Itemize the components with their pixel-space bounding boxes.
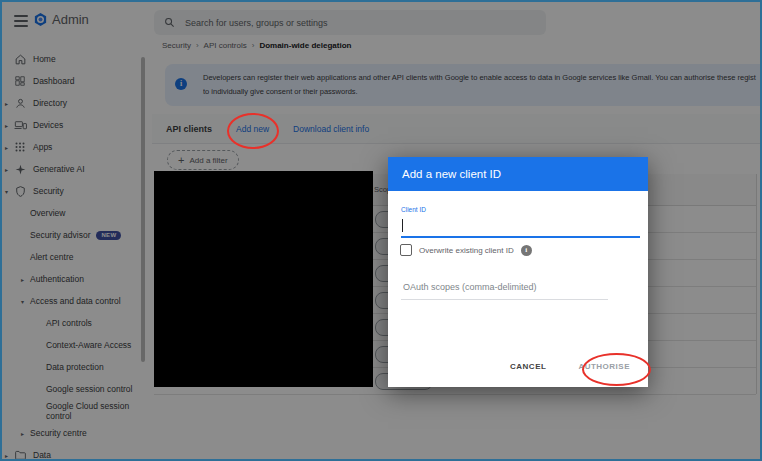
oauth-scopes-input[interactable] [401, 275, 608, 300]
client-id-label: Client ID [401, 206, 426, 213]
redaction-box [154, 171, 373, 387]
overwrite-row: Overwrite existing client ID i [400, 244, 532, 256]
admin-console-screen: Admin HomeDashboard▸Directory▸Devices▸Ap… [0, 0, 762, 461]
dialog-title: Add a new client ID [388, 157, 648, 191]
overwrite-label: Overwrite existing client ID [419, 246, 514, 255]
authorise-button[interactable]: AUTHORISE [574, 360, 634, 373]
overwrite-checkbox[interactable] [400, 244, 412, 256]
cancel-button[interactable]: CANCEL [506, 360, 550, 373]
client-id-input[interactable] [401, 215, 640, 238]
info-icon[interactable]: i [521, 245, 532, 256]
text-caret [402, 219, 403, 232]
dialog-actions: CANCEL AUTHORISE [506, 360, 634, 373]
add-client-id-dialog: Add a new client ID Client ID Overwrite … [388, 157, 648, 387]
